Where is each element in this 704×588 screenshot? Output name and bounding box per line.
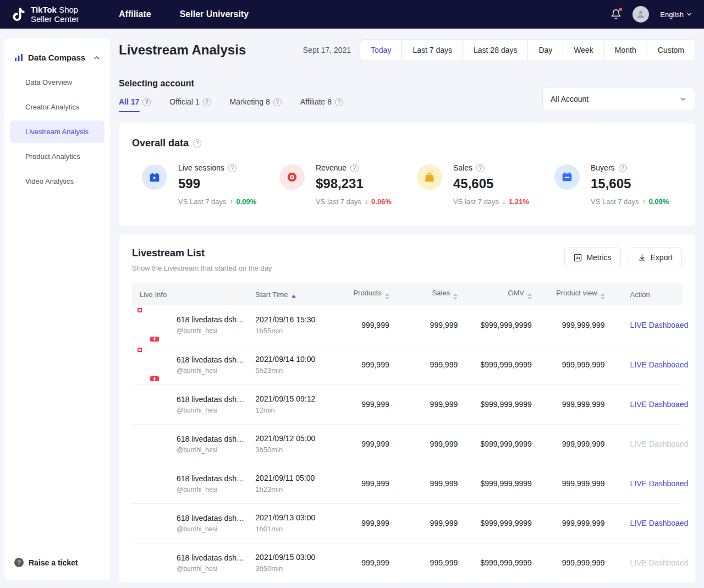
stream-avatar[interactable]	[140, 548, 169, 578]
column-start-time[interactable]: Start Time	[251, 283, 346, 305]
nav-link-affiliate[interactable]: Affiliate	[119, 9, 151, 19]
account-left: Selecting account All 17 ? Official 1 ? …	[119, 79, 343, 112]
stream-avatar[interactable]	[140, 429, 169, 459]
chevron-down-icon	[686, 12, 692, 17]
brand-suffix: Shop	[59, 5, 78, 14]
trend-down-icon: ↓	[502, 198, 505, 206]
column-product-view[interactable]: Product view	[543, 283, 616, 305]
list-head: Livestream List Show the Livestream that…	[132, 248, 682, 272]
range-button-month[interactable]: Month	[604, 40, 647, 61]
sort-icon[interactable]	[385, 293, 389, 300]
notifications-bell-icon[interactable]	[610, 9, 622, 20]
metric-value: 45,605	[453, 176, 529, 191]
action-cell: LIVE Dashboaed	[616, 464, 682, 503]
stream-name[interactable]: 618 livedatas dsha...	[177, 514, 246, 523]
stream-avatar[interactable]	[140, 310, 169, 340]
sidebar-item-data-overview[interactable]: Data Overview	[10, 71, 105, 94]
action-cell: LIVE Dashboaed	[616, 345, 682, 384]
live-info-cell: 618 livedatas dsha... @burrihi_hesi	[132, 345, 251, 384]
overall-title-row: Overall data ?	[132, 138, 682, 149]
metric-label: Buyers	[591, 163, 615, 172]
help-icon[interactable]: ?	[476, 164, 485, 172]
stream-avatar[interactable]	[140, 389, 169, 419]
range-button-custom[interactable]: Custom	[647, 40, 695, 61]
sidebar-item-product-analytics[interactable]: Product Analytics	[10, 145, 105, 168]
user-avatar[interactable]	[632, 6, 649, 23]
sidebar-item-creator-analytics[interactable]: Creator Analytics	[10, 96, 105, 118]
stream-name[interactable]: 618 livedatas dsha...	[177, 474, 246, 483]
tab-all[interactable]: All 17 ?	[119, 97, 151, 112]
sort-icon[interactable]	[527, 293, 532, 300]
start-time-cell: 2021/09/13 03:00 1h01min	[251, 503, 346, 543]
help-icon[interactable]: ?	[142, 98, 151, 106]
sort-icon[interactable]	[453, 293, 458, 300]
products-cell: 999,999	[346, 384, 400, 424]
range-button-today[interactable]: Today	[360, 40, 402, 61]
help-icon[interactable]: ?	[619, 164, 627, 172]
account-filter-dropdown[interactable]: All Account	[542, 87, 695, 111]
metric-label: Revenue	[316, 163, 346, 172]
account-tabs: All 17 ? Official 1 ? Marketing 8 ? Affi…	[119, 97, 343, 112]
nav-link-seller-university[interactable]: Seller University	[180, 9, 249, 19]
start-time-cell: 2021/09/16 15:30 1h55min	[251, 305, 346, 345]
header-right: Sept 17, 2021 Today Last 7 days Last 28 …	[303, 39, 695, 61]
sort-icon[interactable]	[601, 293, 605, 300]
stream-name[interactable]: 618 livedatas dsha...	[177, 315, 246, 324]
stream-name[interactable]: 618 livedatas dsha...	[177, 395, 246, 404]
range-button-last-7-days[interactable]: Last 7 days	[402, 40, 463, 61]
live-dashboard-link[interactable]: LIVE Dashboaed	[630, 558, 689, 567]
column-gmv[interactable]: GMV	[469, 283, 543, 305]
raise-ticket-button[interactable]: ? Raise a ticket	[10, 554, 105, 570]
sidebar: Data Compass Data Overview Creator Analy…	[4, 39, 110, 580]
table-row: 618 livedatas dsha... @burrihi_hesi 2021…	[132, 464, 682, 503]
range-button-last-28-days[interactable]: Last 28 days	[463, 40, 527, 61]
live-dashboard-link[interactable]: LIVE Dashboaed	[630, 519, 689, 527]
sidebar-item-livestream-analysis[interactable]: Livestream Analysis	[10, 120, 105, 143]
language-selector[interactable]: English	[660, 10, 692, 19]
live-dashboard-link[interactable]: LIVE Dashboaed	[630, 479, 689, 488]
start-time-cell: 2021/09/15 09:12 12min	[251, 384, 346, 424]
range-button-week[interactable]: Week	[563, 40, 604, 61]
live-dashboard-link[interactable]: LIVE Dashboaed	[630, 360, 689, 369]
sort-asc-icon[interactable]	[292, 295, 296, 298]
sidebar-item-video-analytics[interactable]: Video Analytics	[10, 170, 105, 193]
live-sessions-icon	[142, 164, 167, 190]
live-dashboard-link[interactable]: LIVE Dashboaed	[630, 400, 689, 409]
stream-name[interactable]: 618 livedatas dsha...	[177, 435, 246, 443]
stream-name[interactable]: 618 livedatas dsha...	[177, 553, 246, 562]
metrics-icon	[574, 254, 582, 262]
tab-marketing[interactable]: Marketing 8 ?	[230, 97, 282, 112]
help-icon[interactable]: ?	[193, 139, 201, 147]
stream-handle: @burrihi_hesi	[177, 486, 246, 493]
metric-texts: Revenue ? $98,231 VS last 7 days ↓ 0.06%	[316, 163, 392, 206]
seller-center-logo[interactable]: TikTok Shop Seller Center	[12, 5, 119, 24]
stream-avatar[interactable]	[140, 508, 169, 538]
product-view-cell: 999,999,999	[543, 464, 616, 503]
live-info-cell: 618 livedatas dsha... @burrihi_hesi	[132, 543, 251, 582]
export-button-label: Export	[651, 253, 673, 262]
live-info-cell: 618 livedatas dsha... @burrihi_hesi	[132, 384, 251, 424]
help-icon[interactable]: ?	[273, 98, 282, 106]
live-dashboard-link[interactable]: LIVE Dashboaed	[630, 439, 689, 448]
metric-compare: VS Last 7 days	[178, 197, 226, 206]
start-time-cell: 2021/09/14 10:00 5h23min	[251, 345, 346, 384]
help-icon[interactable]: ?	[335, 98, 343, 106]
column-sales[interactable]: Sales	[400, 283, 469, 305]
tab-official[interactable]: Official 1 ?	[169, 97, 211, 112]
stream-avatar[interactable]	[140, 350, 169, 380]
help-icon[interactable]: ?	[203, 98, 211, 106]
column-products[interactable]: Products	[346, 283, 400, 305]
help-icon[interactable]: ?	[228, 164, 237, 172]
live-dashboard-link[interactable]: LIVE Dashboaed	[630, 321, 689, 329]
action-cell: LIVE Dashboaed	[616, 424, 682, 464]
help-icon[interactable]: ?	[350, 164, 359, 172]
metrics-button[interactable]: Metrics	[564, 248, 620, 267]
metrics-grid: Live sessions ? 599 VS Last 7 days ↑ 0.0…	[132, 163, 682, 206]
range-button-day[interactable]: Day	[527, 40, 563, 61]
stream-name[interactable]: 618 livedatas dsha...	[177, 355, 246, 364]
stream-avatar[interactable]	[140, 469, 169, 498]
export-button[interactable]: Export	[629, 248, 682, 267]
tab-affiliate[interactable]: Affiliate 8 ?	[300, 97, 343, 112]
sidebar-section-data-compass[interactable]: Data Compass	[10, 51, 105, 70]
action-cell: LIVE Dashboaed	[616, 305, 682, 345]
